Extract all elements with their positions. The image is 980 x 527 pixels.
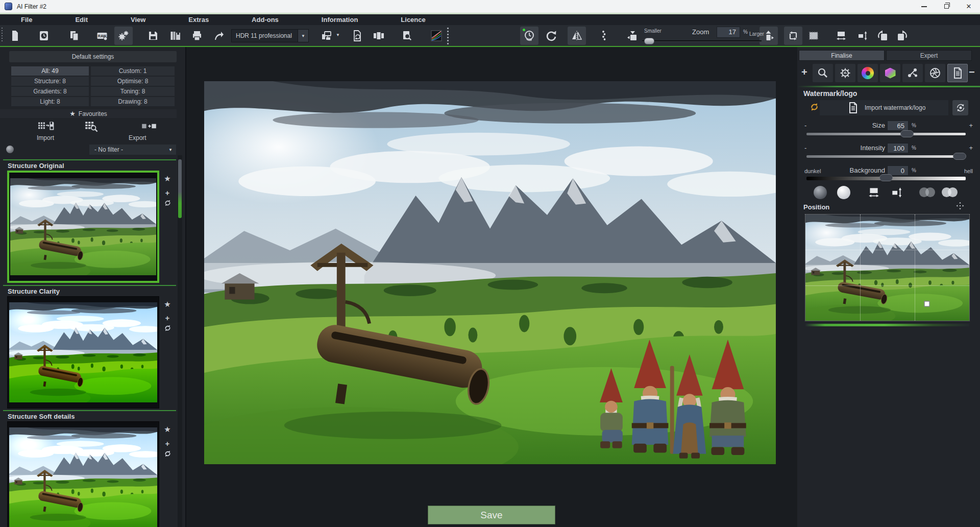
grid-to-disk-icon[interactable] [37,119,55,135]
zoom-slider[interactable] [642,40,762,42]
watermark-document-icon[interactable] [947,64,968,82]
redo-button[interactable] [542,27,560,45]
history-button[interactable] [35,27,53,45]
size-minus-button[interactable]: - [804,122,806,129]
adjust-width-button[interactable] [832,27,850,45]
stretch-height-icon[interactable] [890,186,903,201]
timer-button[interactable] [520,27,538,45]
category-drawing-8[interactable]: Drawing: 8 [91,97,175,106]
intensity-plus-button[interactable]: + [969,144,973,152]
tab-expert[interactable]: Expert [886,50,972,61]
favourites-bar[interactable]: ★ Favourites [0,109,177,118]
zoom-slider-knob[interactable] [644,38,654,44]
intensity-value-input[interactable]: 100 [887,143,909,153]
chevron-down-icon[interactable]: ▼ [298,30,308,42]
preset-dropdown[interactable]: HDR 11 professional ▼ [231,29,309,42]
save-project-button[interactable] [144,27,162,45]
close-button[interactable]: ✕ [958,0,980,13]
intensity-slider[interactable] [806,155,966,158]
import-label[interactable]: Import [37,134,54,141]
category-light-8[interactable]: Light: 8 [11,97,89,106]
filter-thumbnail[interactable] [7,296,159,409]
category-toning-8[interactable]: Toning: 8 [91,87,175,96]
tab-finalise[interactable]: Finalise [799,50,885,61]
document-sync-button[interactable] [348,27,366,45]
favourite-star-icon[interactable]: ★ [162,299,173,309]
workflow-button[interactable]: ▼ [317,27,336,45]
stretch-width-icon[interactable] [867,186,881,201]
color-wheel-icon[interactable] [857,64,878,82]
import-watermark-label[interactable]: Import watermark/logo [865,104,925,111]
refresh-icon[interactable] [162,448,173,459]
intensity-minus-button[interactable]: - [804,144,806,152]
menu-licence[interactable]: Licence [401,16,425,23]
refresh-icon[interactable] [162,323,173,333]
menu-addons[interactable]: Add-ons [252,16,279,23]
minimize-button[interactable] [913,0,935,13]
watermark-position-marker[interactable] [924,301,929,306]
flip-horizontal-button[interactable] [568,27,586,45]
grid-search-icon[interactable] [83,119,101,135]
remove-icon[interactable]: − [969,66,975,78]
background-slider-thumb[interactable] [879,174,893,181]
zoom-value-input[interactable]: 17 [717,27,740,38]
main-image[interactable] [204,81,776,464]
favourite-star-icon[interactable]: ★ [162,174,173,184]
sync-preview-button[interactable] [952,100,968,115]
tone-nodes-icon[interactable] [902,64,923,82]
overlay-soft-icon[interactable] [919,186,937,199]
position-preview[interactable] [805,214,969,321]
filter-thumbnail[interactable] [7,421,159,527]
menu-file[interactable]: File [21,16,32,23]
sphere-light-icon[interactable] [837,186,850,199]
zoom-search-icon[interactable] [813,64,833,82]
color-cube-icon[interactable] [880,64,900,82]
filter-list-scrollbar[interactable] [178,155,182,527]
filter-thumbnail[interactable] [7,171,159,283]
overlay-hard-icon[interactable] [941,186,960,199]
settings-gear-icon[interactable] [835,64,855,82]
document-search-button[interactable] [398,27,416,45]
sphere-dark-icon[interactable] [814,186,827,199]
aperture-icon[interactable] [925,64,945,82]
ai-filters-button[interactable] [114,27,133,45]
refresh-orange-icon[interactable] [810,102,819,114]
scrollbar-thumb[interactable] [178,159,182,218]
refresh-icon[interactable] [162,198,173,208]
print-button[interactable] [188,27,206,45]
move-icon[interactable] [955,201,965,212]
copy-settings-button[interactable] [65,27,84,45]
add-icon[interactable]: + [162,313,173,323]
favourite-star-icon[interactable]: ★ [162,424,173,435]
curves-histogram-button[interactable] [427,27,446,45]
category-all-49[interactable]: All: 49 [11,66,89,76]
new-file-button[interactable] [6,27,24,45]
adjust-height-button[interactable] [853,27,872,45]
toolbar-grip[interactable] [2,28,3,43]
search-icon[interactable] [6,146,14,153]
zoom-out-step-button[interactable] [623,27,642,45]
bracketing-button[interactable] [370,27,388,45]
save-book-button[interactable] [166,27,185,45]
menu-edit[interactable]: Edit [75,16,88,23]
size-slider[interactable] [806,133,966,135]
size-value-input[interactable]: 65 [887,121,909,131]
add-icon[interactable]: + [162,187,173,198]
restore-button[interactable] [935,0,958,13]
filter-dropdown[interactable]: - No filter - ▼ [89,145,176,155]
category-gradients-8[interactable]: Gradients: 8 [11,87,89,96]
category-structure-8[interactable]: Structure: 8 [11,77,89,86]
share-export-button[interactable] [210,27,228,45]
size-slider-thumb[interactable] [900,130,914,137]
rotate-left-button[interactable] [873,27,892,45]
intensity-slider-thumb[interactable] [953,153,966,160]
category-custom-1[interactable]: Custom: 1 [91,66,175,76]
menu-view[interactable]: View [131,16,145,23]
raw-develop-button[interactable] [93,27,111,45]
crop-rotate-button[interactable] [784,27,802,45]
save-button[interactable]: Save [428,506,555,524]
handle-dots-button[interactable] [595,27,613,45]
default-settings-button[interactable]: Default settings [9,51,177,62]
category-optimise-8[interactable]: Optimise: 8 [91,77,175,86]
size-plus-button[interactable]: + [969,122,973,129]
